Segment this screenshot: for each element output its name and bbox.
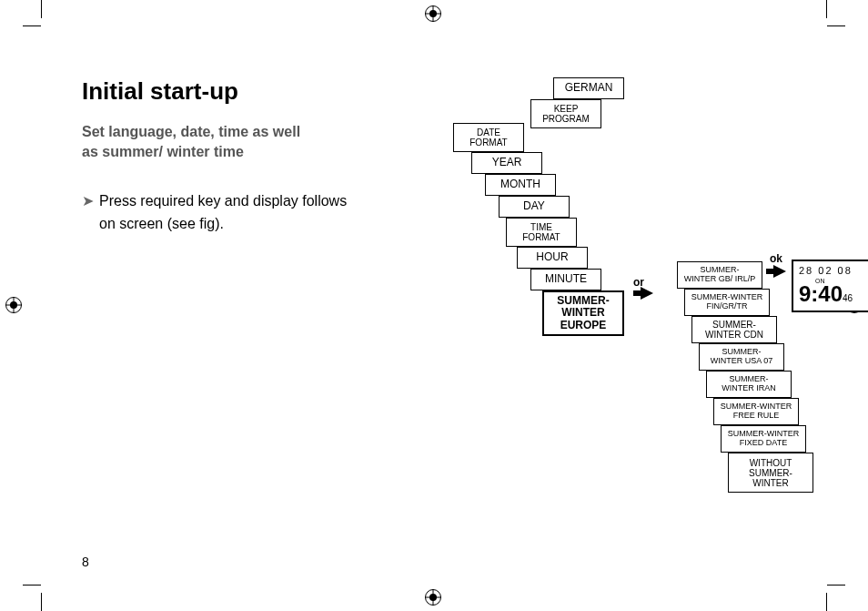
menu-box-time-format: TIME FORMAT xyxy=(506,218,577,247)
menu-box-summer-winter-europe: SUMMER- WINTER EUROPE xyxy=(542,290,624,336)
instruction-line: Press required key and display follows xyxy=(99,193,347,209)
registration-mark-left xyxy=(5,297,22,313)
box-label: HOUR xyxy=(536,251,568,263)
menu-box-month: MONTH xyxy=(485,174,556,196)
box-label: MONTH xyxy=(500,178,540,190)
menu-box-minute: MINUTE xyxy=(530,269,601,290)
box-label: WINTER IRAN xyxy=(722,384,776,393)
region-box-fixed-date: SUMMER-WINTER FIXED DATE xyxy=(721,425,806,453)
diagram: GERMAN KEEP PROGRAM DATE FORMAT YEAR MON… xyxy=(453,77,868,587)
display-seconds: 46 xyxy=(843,293,853,303)
menu-box-keep-program: KEEP PROGRAM xyxy=(530,99,601,128)
box-label: FREE RULE xyxy=(733,412,780,421)
region-box-fin: SUMMER-WINTER FIN/GR/TR xyxy=(684,289,770,316)
box-label: PROGRAM xyxy=(542,114,590,124)
menu-box-day: DAY xyxy=(499,196,570,218)
region-box-usa: SUMMER- WINTER USA 07 xyxy=(699,343,784,371)
region-box-cdn: SUMMER- WINTER CDN xyxy=(691,316,777,343)
box-label: WINTER GB/ IRL/P xyxy=(684,275,756,284)
menu-box-date-format: DATE FORMAT xyxy=(453,123,524,152)
menu-box-hour: HOUR xyxy=(517,247,588,269)
box-label: TIME xyxy=(530,222,552,232)
registration-mark-bottom xyxy=(425,589,441,606)
crop-mark xyxy=(826,0,827,18)
subtitle-line: as summer/ winter time xyxy=(82,144,244,159)
menu-box-year: YEAR xyxy=(471,152,542,174)
crop-mark xyxy=(41,593,42,611)
box-label: KEEP xyxy=(554,104,579,114)
box-label: EUROPE xyxy=(560,320,607,331)
device-display: 28 02 08 ON 9:4046 xyxy=(792,260,868,312)
box-label: MINUTE xyxy=(545,273,587,285)
display-time: 9:4046 xyxy=(799,281,868,307)
crop-mark xyxy=(23,585,41,586)
registration-mark-top xyxy=(425,5,441,22)
subtitle-line: Set language, date, time as well xyxy=(82,124,300,139)
box-label: FIXED DATE xyxy=(740,439,787,448)
display-on-indicator: ON xyxy=(815,278,825,284)
display-time-value: 9:40 xyxy=(799,281,843,306)
label-ok: ok xyxy=(770,252,782,265)
box-label: WINTER CDN xyxy=(705,330,763,340)
box-label: WINTER USA 07 xyxy=(711,357,773,366)
region-box-free-rule: SUMMER-WINTER FREE RULE xyxy=(713,398,799,425)
bullet-icon: ➤ xyxy=(82,190,94,236)
box-label: YEAR xyxy=(492,157,522,168)
arrow-icon xyxy=(641,287,653,300)
display-date: 28 02 08 xyxy=(799,265,868,276)
page-number: 8 xyxy=(82,555,89,569)
menu-box-german: GERMAN xyxy=(553,77,624,99)
box-label: SUMMER- xyxy=(749,468,792,478)
crop-mark xyxy=(41,0,42,18)
box-label: GERMAN xyxy=(565,82,613,94)
box-label: WITHOUT xyxy=(750,458,792,468)
instruction-line: on screen (see fig). xyxy=(99,216,224,231)
crop-mark xyxy=(23,25,41,26)
page-content: Initial start-up Set language, date, tim… xyxy=(82,77,792,569)
box-label: SUMMER- xyxy=(712,320,756,330)
box-label: WINTER xyxy=(561,307,604,319)
box-label: DAY xyxy=(523,200,545,212)
box-label: FIN/GR/TR xyxy=(707,302,748,311)
region-box-without: WITHOUT SUMMER- WINTER xyxy=(728,453,813,493)
arrow-icon xyxy=(773,265,786,278)
region-box-gb: SUMMER- WINTER GB/ IRL/P xyxy=(677,261,762,289)
crop-mark xyxy=(826,593,827,611)
box-label: WINTER xyxy=(752,478,788,488)
crop-mark xyxy=(827,25,845,26)
box-label: FORMAT xyxy=(469,137,507,148)
box-label: FORMAT xyxy=(522,232,560,242)
region-box-iran: SUMMER- WINTER IRAN xyxy=(706,371,792,398)
instruction-text: Press required key and display follows o… xyxy=(99,190,347,236)
box-label: DATE xyxy=(477,127,500,137)
